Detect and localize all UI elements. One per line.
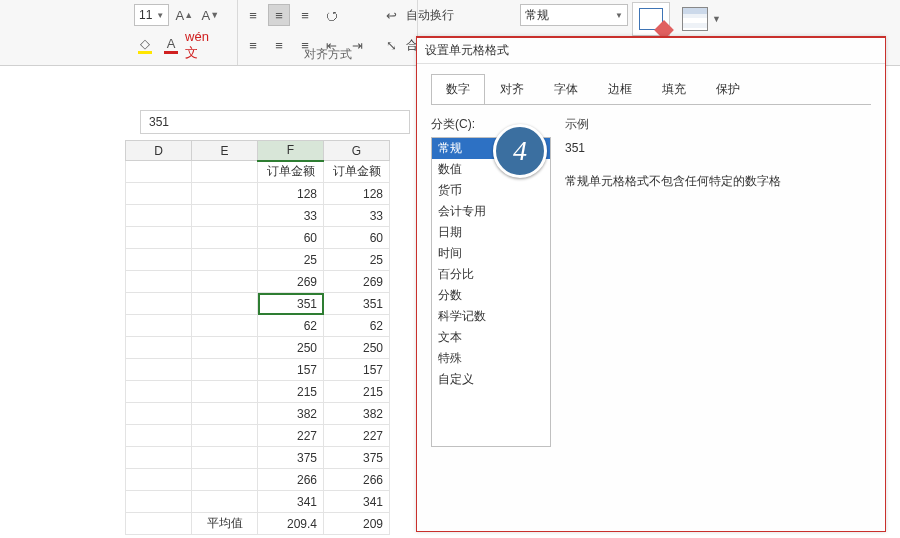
cell[interactable]: 250 (258, 337, 324, 359)
cell[interactable] (192, 183, 258, 205)
category-item[interactable]: 时间 (432, 243, 550, 264)
cell[interactable] (126, 315, 192, 337)
category-item[interactable]: 科学记数 (432, 306, 550, 327)
column-header[interactable]: F (258, 141, 324, 161)
cell[interactable]: 60 (324, 227, 390, 249)
column-header[interactable]: E (192, 141, 258, 161)
cell[interactable]: 266 (258, 469, 324, 491)
cell[interactable]: 157 (258, 359, 324, 381)
cell[interactable]: 269 (324, 271, 390, 293)
header-cell[interactable]: 订单金额 (324, 161, 390, 183)
cell[interactable] (126, 249, 192, 271)
cell[interactable] (192, 315, 258, 337)
cell[interactable] (126, 469, 192, 491)
cell[interactable] (192, 425, 258, 447)
cell[interactable]: 62 (324, 315, 390, 337)
cell[interactable] (192, 337, 258, 359)
category-item[interactable]: 文本 (432, 327, 550, 348)
cell[interactable]: 351 (258, 293, 324, 315)
cell[interactable]: 341 (324, 491, 390, 513)
column-header[interactable]: D (126, 141, 192, 161)
cell[interactable] (126, 227, 192, 249)
cell[interactable]: 25 (324, 249, 390, 271)
cell[interactable]: 351 (324, 293, 390, 315)
dialog-tab[interactable]: 保护 (701, 74, 755, 105)
cell[interactable] (192, 403, 258, 425)
category-item[interactable]: 百分比 (432, 264, 550, 285)
cell[interactable] (126, 337, 192, 359)
category-item[interactable]: 特殊 (432, 348, 550, 369)
cell[interactable]: 215 (258, 381, 324, 403)
wrap-text-icon[interactable]: ↩ (380, 4, 402, 26)
cell[interactable]: 375 (324, 447, 390, 469)
number-format-select[interactable]: 常规 ▼ (520, 4, 628, 26)
align-bottom-icon[interactable]: ≡ (294, 4, 316, 26)
font-size-select[interactable]: 11▼ (134, 4, 169, 26)
column-header[interactable]: G (324, 141, 390, 161)
cell[interactable]: 215 (324, 381, 390, 403)
category-item[interactable]: 货币 (432, 180, 550, 201)
cell[interactable] (126, 425, 192, 447)
cell[interactable]: 341 (258, 491, 324, 513)
cell[interactable] (126, 491, 192, 513)
decrease-font-icon[interactable]: A▼ (199, 4, 221, 26)
cell[interactable]: 227 (324, 425, 390, 447)
cell[interactable]: 382 (258, 403, 324, 425)
cell[interactable]: 266 (324, 469, 390, 491)
fill-color-icon[interactable]: ◇ (134, 34, 156, 56)
cell[interactable] (126, 403, 192, 425)
cell[interactable] (192, 293, 258, 315)
cell[interactable]: 227 (258, 425, 324, 447)
dialog-tab[interactable]: 对齐 (485, 74, 539, 105)
cell[interactable]: 平均值 (192, 513, 258, 535)
cell[interactable] (126, 271, 192, 293)
header-cell[interactable] (126, 161, 192, 183)
spreadsheet-grid[interactable]: DEFG 订单金额订单金额128128333360602525269269351… (125, 140, 390, 535)
category-item[interactable]: 分数 (432, 285, 550, 306)
cell[interactable]: 128 (258, 183, 324, 205)
cell[interactable] (126, 513, 192, 535)
wrap-text-label[interactable]: 自动换行 (406, 7, 454, 24)
cell[interactable] (192, 491, 258, 513)
cell[interactable]: 209 (324, 513, 390, 535)
align-top-icon[interactable]: ≡ (242, 4, 264, 26)
dialog-tab[interactable]: 边框 (593, 74, 647, 105)
cell[interactable]: 250 (324, 337, 390, 359)
category-item[interactable]: 日期 (432, 222, 550, 243)
conditional-format-icon[interactable] (632, 2, 670, 36)
cell[interactable] (126, 205, 192, 227)
header-cell[interactable] (192, 161, 258, 183)
cell[interactable]: 128 (324, 183, 390, 205)
cell[interactable] (126, 359, 192, 381)
dialog-tab[interactable]: 数字 (431, 74, 485, 105)
category-item[interactable]: 会计专用 (432, 201, 550, 222)
category-list[interactable]: 常规数值货币会计专用日期时间百分比分数科学记数文本特殊自定义 (431, 137, 551, 447)
category-item[interactable]: 自定义 (432, 369, 550, 390)
cell[interactable]: 269 (258, 271, 324, 293)
header-cell[interactable]: 订单金额 (258, 161, 324, 183)
cell[interactable]: 209.4 (258, 513, 324, 535)
cell[interactable] (192, 381, 258, 403)
cell[interactable]: 382 (324, 403, 390, 425)
cell[interactable] (192, 271, 258, 293)
cell[interactable] (192, 359, 258, 381)
dialog-tab[interactable]: 填充 (647, 74, 701, 105)
cell[interactable]: 25 (258, 249, 324, 271)
cell[interactable] (126, 447, 192, 469)
cell[interactable] (126, 183, 192, 205)
font-color-icon[interactable]: A (160, 34, 182, 56)
cell[interactable] (192, 447, 258, 469)
format-as-table-icon[interactable]: ▼ (682, 2, 742, 36)
cell[interactable]: 62 (258, 315, 324, 337)
merge-cells-icon[interactable]: ⤡ (380, 34, 402, 56)
cell[interactable] (192, 249, 258, 271)
cell[interactable] (126, 381, 192, 403)
cell[interactable]: 60 (258, 227, 324, 249)
increase-font-icon[interactable]: A▲ (173, 4, 195, 26)
cell[interactable] (192, 205, 258, 227)
orientation-icon[interactable]: ⭯ (320, 4, 342, 26)
cell[interactable]: 157 (324, 359, 390, 381)
phonetic-icon[interactable]: wén文 (186, 34, 208, 56)
dialog-tab[interactable]: 字体 (539, 74, 593, 105)
cell[interactable]: 375 (258, 447, 324, 469)
